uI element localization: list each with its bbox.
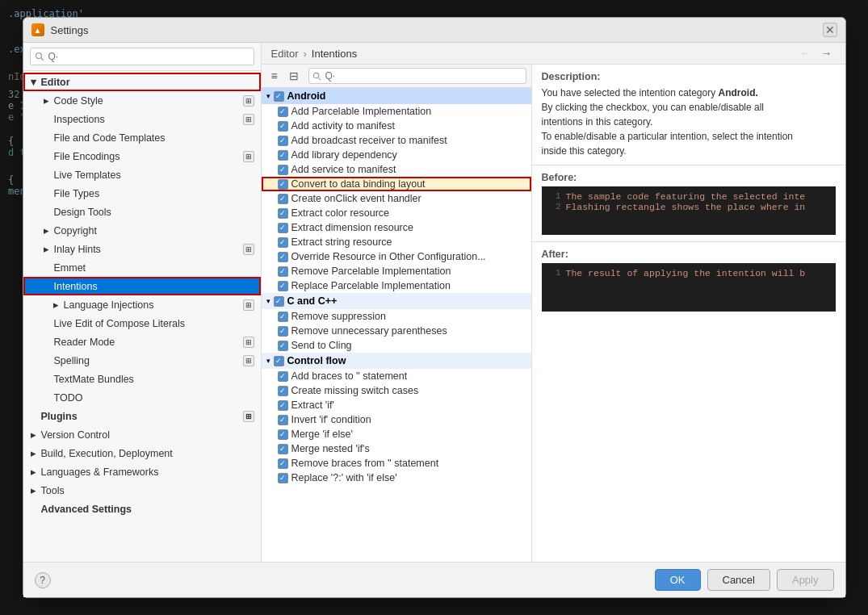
sidebar-item-editor[interactable]: ▾ Editor [23,73,261,91]
cb-merge-nested-ifs[interactable] [278,444,288,454]
sidebar-section-plugins[interactable]: ▸ Plugins ⊞ [23,407,261,425]
sidebar-label-live-templates: Live Templates [54,169,121,181]
sidebar-item-textmate-bundles[interactable]: ▸ TextMate Bundles [23,370,261,388]
cb-add-broadcast[interactable] [278,136,288,146]
intent-convert-databinding[interactable]: Convert to data binding layout [262,177,531,191]
sidebar-item-file-types[interactable]: ▸ File Types [23,184,261,203]
category-c-cpp[interactable]: ▾ C and C++ [262,293,531,309]
intent-add-braces[interactable]: Add braces to '' statement [262,369,531,383]
intent-replace-ternary[interactable]: Replace '?:' with 'if else' [262,471,531,485]
cb-extract-string[interactable] [278,237,288,248]
intent-add-library[interactable]: Add library dependency [262,148,531,162]
cb-convert-databinding[interactable] [278,179,288,190]
cb-remove-parens[interactable] [278,326,288,337]
sidebar-item-advanced-settings[interactable]: ▸ Advanced Settings [23,500,261,518]
sidebar-item-languages-frameworks[interactable]: ▸ Languages & Frameworks [23,462,261,481]
cb-add-braces[interactable] [278,371,288,382]
intent-create-switch[interactable]: Create missing switch cases [262,383,531,398]
intent-remove-suppression[interactable]: Remove suppression [262,309,531,324]
cb-invert-if[interactable] [278,415,288,425]
sidebar-item-version-control[interactable]: ▸ Version Control [23,425,261,444]
after-label: After: [542,249,836,260]
sidebar-item-live-edit-compose[interactable]: ▸ Live Edit of Compose Literals [23,314,261,333]
cb-merge-if-else[interactable] [278,429,288,440]
back-button[interactable]: ← [797,47,815,60]
cb-override-resource[interactable] [278,252,288,262]
intent-remove-parens[interactable]: Remove unnecessary parentheses [262,324,531,338]
sidebar-label-spelling: Spelling [54,355,90,366]
cb-replace-parcelable[interactable] [278,281,288,291]
breadcrumb-separator: › [303,48,306,60]
sidebar-item-tools[interactable]: ▸ Tools [23,481,261,500]
intent-send-to-cling[interactable]: Send to Cling [262,338,531,353]
sidebar-item-inlay-hints[interactable]: ▸ Inlay Hints ⊞ [23,240,261,258]
sidebar-item-design-tools[interactable]: ▸ Design Tools [23,203,261,221]
cb-add-parcelable[interactable] [278,107,288,117]
intent-add-activity[interactable]: Add activity to manifest [262,119,531,133]
apply-button[interactable]: Apply [777,569,834,591]
cb-create-switch[interactable] [278,386,288,396]
sidebar-item-file-code-templates[interactable]: ▸ File and Code Templates [23,128,261,147]
help-button[interactable]: ? [35,572,51,588]
intent-extract-if[interactable]: Extract 'if' [262,398,531,412]
sidebar-item-build-execution[interactable]: ▸ Build, Execution, Deployment [23,444,261,462]
label-create-switch: Create missing switch cases [291,385,419,396]
checkbox-android[interactable] [274,91,284,102]
label-replace-parcelable: Replace Parcelable Implementation [291,280,451,291]
sidebar-item-reader-mode[interactable]: ▸ Reader Mode ⊞ [23,333,261,351]
sidebar-label-languages-frameworks: Languages & Frameworks [41,466,159,478]
cancel-button[interactable]: Cancel [707,569,770,591]
intent-merge-if-else[interactable]: Merge 'if else' [262,427,531,441]
sidebar-item-spelling[interactable]: ▸ Spelling ⊞ [23,351,261,370]
sidebar-search-input[interactable] [30,48,254,65]
collapse-all-button[interactable]: ⊟ [286,68,302,84]
intent-create-onclick[interactable]: Create onClick event handler [262,191,531,206]
category-control-flow[interactable]: ▾ Control flow [262,353,531,369]
intent-remove-braces[interactable]: Remove braces from '' statement [262,456,531,471]
dialog-close-button[interactable]: ✕ [823,23,837,37]
cb-replace-ternary[interactable] [278,473,288,483]
cb-send-to-cling[interactable] [278,341,288,351]
checkbox-control-flow[interactable] [274,356,284,366]
cb-remove-suppression[interactable] [278,312,288,322]
intent-remove-parcelable[interactable]: Remove Parcelable Implementation [262,264,531,278]
cb-add-service[interactable] [278,165,288,175]
cb-extract-color[interactable] [278,208,288,219]
sidebar-item-emmet[interactable]: ▸ Emmet [23,258,261,277]
intent-override-resource[interactable]: Override Resource in Other Configuration… [262,249,531,264]
forward-button[interactable]: → [818,47,836,60]
intent-add-parcelable[interactable]: Add Parcelable Implementation [262,104,531,119]
checkbox-ccpp[interactable] [274,296,284,307]
sidebar-item-language-injections[interactable]: ▸ Language Injections ⊞ [23,295,261,314]
sidebar-item-file-encodings[interactable]: ▸ File Encodings ⊞ [23,147,261,165]
intent-extract-dimension[interactable]: Extract dimension resource [262,220,531,235]
sidebar-item-todo[interactable]: ▸ TODO [23,388,261,407]
category-android[interactable]: ▾ Android [262,88,531,104]
intent-extract-color[interactable]: Extract color resource [262,206,531,220]
intent-add-broadcast[interactable]: Add broadcast receiver to manifest [262,133,531,148]
intent-add-service[interactable]: Add service to manifest [262,162,531,177]
intent-replace-parcelable[interactable]: Replace Parcelable Implementation [262,278,531,293]
sidebar-item-copyright[interactable]: ▸ Copyright [23,221,261,240]
cb-add-library[interactable] [278,150,288,161]
cb-create-onclick[interactable] [278,194,288,204]
expand-all-button[interactable]: ≡ [266,68,283,84]
intent-extract-string[interactable]: Extract string resource [262,235,531,249]
sidebar-item-inspections[interactable]: ▸ Inspections ⊞ [23,110,261,128]
label-create-onclick: Create onClick event handler [291,193,421,204]
sidebar-search-box [23,43,261,71]
ok-button[interactable]: OK [655,569,701,591]
cb-add-activity[interactable] [278,121,288,132]
sidebar-item-code-style[interactable]: ▸ Code Style ⊞ [23,91,261,110]
label-add-broadcast: Add broadcast receiver to manifest [291,135,447,146]
dialog-title: Settings [51,24,816,36]
sidebar-item-intentions[interactable]: ▸ Intentions [23,277,261,295]
intent-merge-nested-ifs[interactable]: Merge nested 'if's [262,441,531,456]
sidebar-item-live-templates[interactable]: ▸ Live Templates [23,165,261,184]
cb-remove-braces[interactable] [278,458,288,469]
cb-remove-parcelable[interactable] [278,266,288,277]
intentions-search-input[interactable] [308,68,526,84]
intent-invert-if[interactable]: Invert 'if' condition [262,412,531,427]
cb-extract-if[interactable] [278,400,288,411]
cb-extract-dimension[interactable] [278,223,288,233]
